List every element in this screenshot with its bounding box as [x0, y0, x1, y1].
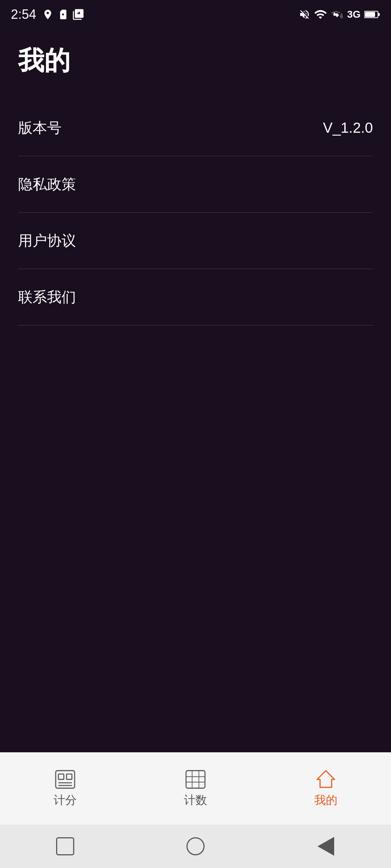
android-back-btn[interactable]: [313, 834, 339, 859]
sim-icon: [57, 9, 69, 20]
menu-item-agreement[interactable]: 用户协议: [18, 213, 373, 269]
menu-list: 版本号 V_1.2.0 隐私政策 用户协议 联系我们: [18, 100, 373, 326]
circle-icon: [186, 837, 205, 855]
svg-rect-2: [378, 13, 380, 16]
signal-icon: [331, 8, 344, 21]
menu-item-version[interactable]: 版本号 V_1.2.0: [18, 100, 373, 156]
svg-rect-5: [67, 774, 72, 779]
nav-item-count[interactable]: 计数: [130, 769, 261, 808]
nav-item-mine[interactable]: 我的: [261, 769, 391, 808]
contact-label: 联系我们: [18, 287, 76, 307]
menu-item-privacy[interactable]: 隐私政策: [18, 156, 373, 213]
triangle-icon: [318, 837, 334, 856]
square-icon: [56, 837, 74, 855]
version-value: V_1.2.0: [323, 120, 373, 136]
mine-label: 我的: [314, 792, 337, 808]
score-icon: [55, 769, 75, 790]
agreement-label: 用户协议: [18, 231, 76, 251]
battery-icon: [364, 9, 380, 20]
bottom-nav: 计分 计数 我的: [0, 752, 391, 825]
privacy-label: 隐私政策: [18, 174, 76, 194]
android-nav: [0, 825, 391, 868]
score-label: 计分: [54, 792, 77, 808]
count-icon: [185, 769, 206, 790]
android-home-btn[interactable]: [183, 834, 208, 859]
svg-rect-1: [365, 12, 375, 17]
version-label: 版本号: [18, 118, 62, 138]
count-label: 计数: [184, 792, 207, 808]
status-bar: 2:54: [0, 0, 391, 29]
page-title: 我的: [18, 43, 373, 78]
svg-rect-4: [58, 774, 64, 779]
wifi-icon: [314, 8, 327, 21]
status-time: 2:54: [11, 7, 36, 22]
main-content: 我的 版本号 V_1.2.0 隐私政策 用户协议 联系我们: [0, 29, 391, 752]
android-square-btn[interactable]: [52, 834, 78, 859]
location-icon: [42, 9, 54, 20]
network-type: 3G: [347, 9, 361, 20]
mute-icon: [299, 9, 310, 20]
status-left: 2:54: [11, 7, 84, 22]
nav-item-score[interactable]: 计分: [0, 769, 130, 808]
status-icons-left: [42, 9, 84, 20]
status-icons-right: 3G: [299, 8, 380, 21]
screenshot-icon: [72, 9, 84, 20]
mine-icon: [316, 769, 336, 790]
menu-item-contact[interactable]: 联系我们: [18, 269, 373, 326]
svg-rect-8: [186, 770, 205, 788]
